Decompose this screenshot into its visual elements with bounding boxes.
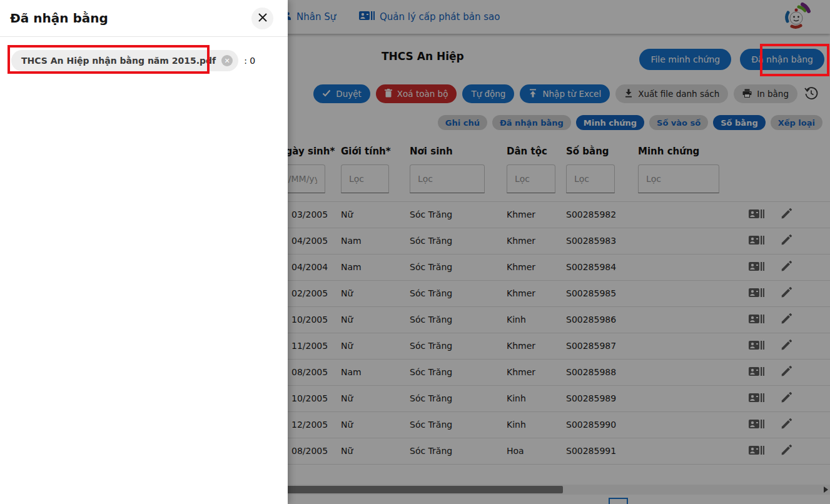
- file-count-label: : 0: [244, 56, 255, 66]
- drawer-title: Đã nhận bằng: [10, 11, 108, 26]
- uploaded-file-name: THCS An Hiệp nhận bằng năm 2015.pdf: [21, 56, 216, 66]
- drawer-close-button[interactable]: [251, 8, 273, 29]
- screen: Nhân Sự Quản lý cấp phát bản sao: [0, 0, 830, 504]
- received-degree-drawer: Đã nhận bằng THCS An Hiệp nhận bằng năm …: [0, 0, 288, 504]
- drawer-divider: [0, 36, 288, 37]
- uploaded-file-row: THCS An Hiệp nhận bằng năm 2015.pdf ✕ : …: [11, 50, 255, 71]
- close-icon: [258, 13, 268, 24]
- uploaded-file-chip[interactable]: THCS An Hiệp nhận bằng năm 2015.pdf ✕: [11, 50, 238, 71]
- remove-file-icon[interactable]: ✕: [221, 55, 233, 66]
